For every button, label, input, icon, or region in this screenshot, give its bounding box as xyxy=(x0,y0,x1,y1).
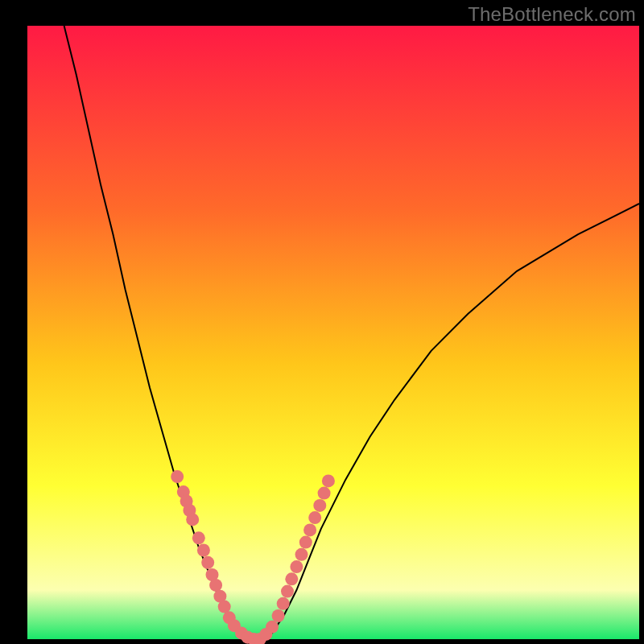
curve-dot xyxy=(201,556,214,569)
curve-dot xyxy=(318,487,331,500)
curve-dot xyxy=(303,523,316,536)
curve-dot xyxy=(266,621,279,634)
curve-dot xyxy=(277,597,290,610)
curve-dot xyxy=(285,572,298,585)
curve-dot xyxy=(197,544,210,557)
curve-dot xyxy=(192,531,205,544)
bottleneck-chart xyxy=(0,0,644,644)
curve-dot xyxy=(313,499,326,512)
curve-dot xyxy=(171,470,184,483)
curve-dot xyxy=(218,601,231,613)
curve-dot xyxy=(290,560,303,573)
curve-dot xyxy=(308,511,321,524)
curve-dot xyxy=(299,536,312,549)
curve-dot xyxy=(295,548,308,561)
curve-dot xyxy=(186,513,199,526)
curve-dot xyxy=(322,474,335,487)
curve-dot xyxy=(209,579,222,592)
plot-background xyxy=(27,26,639,639)
curve-dot xyxy=(281,585,294,598)
watermark-text: TheBottleneck.com xyxy=(468,3,636,26)
curve-dot xyxy=(272,609,285,622)
outer-frame: TheBottleneck.com xyxy=(0,0,644,644)
